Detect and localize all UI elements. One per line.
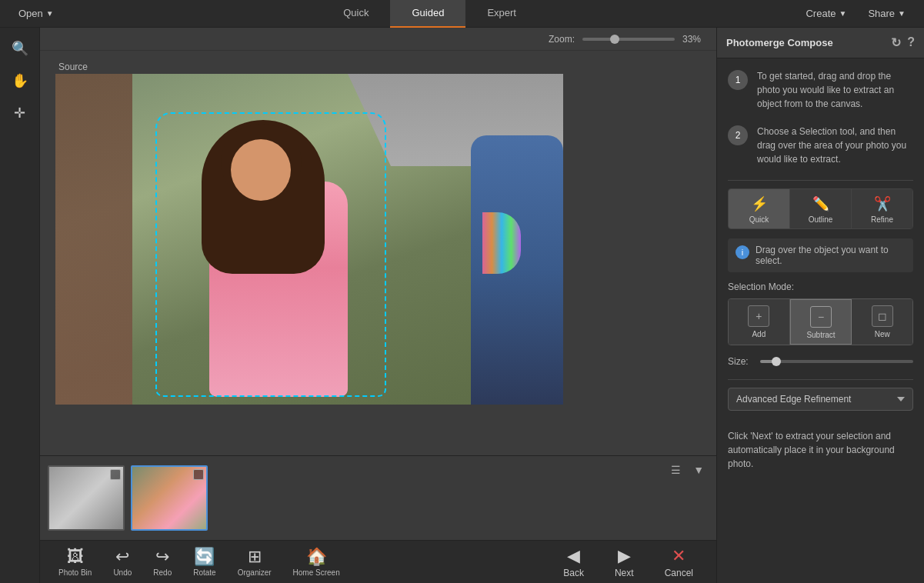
- subtract-mode-label: Subtract: [806, 331, 835, 339]
- redo-icon: ↪: [155, 547, 169, 567]
- new-mode-button[interactable]: ◻ New: [852, 299, 912, 345]
- home-screen-icon: 🏠: [306, 547, 327, 567]
- top-bar-tabs: Quick Guided Expert: [65, 0, 796, 28]
- filmstrip-expand-icon[interactable]: ▼: [690, 462, 707, 478]
- create-label: Create: [806, 8, 836, 19]
- refine-tool-label: Refine: [871, 215, 893, 224]
- add-mode-label: Add: [752, 330, 766, 338]
- zoom-value: 33%: [682, 34, 701, 45]
- quick-tool-icon: ⚡: [751, 195, 768, 212]
- divider-1: [728, 180, 913, 181]
- quick-selection-tool[interactable]: ⚡ Quick: [729, 189, 790, 228]
- organizer-button[interactable]: ⊞ Organizer: [227, 544, 282, 580]
- tab-guided[interactable]: Guided: [390, 0, 465, 28]
- subtract-mode-button[interactable]: − Subtract: [790, 299, 852, 345]
- panel-help-icon[interactable]: ?: [907, 35, 915, 50]
- hand-tool-button[interactable]: ✋: [5, 66, 35, 95]
- share-label: Share: [868, 8, 895, 19]
- canvas-image: [55, 74, 563, 405]
- top-bar-right: Create ▼ Share ▼: [795, 0, 916, 28]
- create-button[interactable]: Create ▼: [795, 0, 857, 28]
- redo-label: Redo: [153, 568, 172, 577]
- panel-header: Photomerge Compose ↻ ?: [717, 28, 924, 58]
- share-chevron-icon: ▼: [898, 9, 906, 18]
- photo-bin-icon: 🖼: [67, 547, 84, 567]
- zoom-bar: Zoom: 33%: [40, 28, 716, 51]
- divider-2: [728, 379, 913, 380]
- home-screen-label: Home Screen: [293, 568, 340, 577]
- girl-face: [231, 139, 291, 201]
- zoom-label: Zoom:: [549, 34, 575, 45]
- subtract-mode-icon: −: [810, 306, 832, 328]
- add-mode-icon: +: [748, 305, 769, 327]
- step-2-circle: 2: [728, 125, 748, 145]
- thumbnail-1[interactable]: [48, 465, 125, 531]
- thumbnail-2[interactable]: [131, 465, 208, 531]
- girl-figure: [178, 120, 379, 397]
- next-label: Next: [615, 568, 634, 578]
- new-mode-icon: ◻: [872, 305, 893, 327]
- open-button[interactable]: Open ▼: [8, 0, 65, 28]
- next-icon: ▶: [618, 546, 631, 566]
- top-bar: Open ▼ Quick Guided Expert Create ▼ Shar…: [0, 0, 924, 28]
- add-mode-button[interactable]: + Add: [729, 299, 790, 345]
- rotate-label: Rotate: [193, 568, 215, 577]
- filmstrip-controls: ☰ ▼: [668, 462, 707, 478]
- share-button[interactable]: Share ▼: [857, 0, 916, 28]
- size-slider[interactable]: [760, 360, 913, 363]
- canvas-view: Source: [40, 51, 716, 455]
- create-chevron-icon: ▼: [839, 9, 846, 18]
- open-label: Open: [18, 8, 43, 19]
- advanced-edge-row: Advanced Edge Refinement: [728, 388, 913, 411]
- thumb-2-badge: [193, 469, 204, 480]
- refine-selection-tool[interactable]: ✂️ Refine: [852, 189, 912, 228]
- back-icon: ◀: [567, 546, 580, 566]
- step-2-text: Choose a Selection tool, and then drag o…: [757, 125, 913, 166]
- quick-tool-label: Quick: [749, 215, 769, 224]
- bottom-hint: Click 'Next' to extract your selection a…: [728, 421, 913, 478]
- outline-selection-tool[interactable]: ✏️ Outline: [790, 189, 852, 228]
- step-1-circle: 1: [728, 70, 748, 90]
- step-2-row: 2 Choose a Selection tool, and then drag…: [728, 125, 913, 166]
- next-button[interactable]: ▶ Next: [599, 543, 649, 581]
- outline-tool-label: Outline: [809, 215, 833, 224]
- canvas-area: Zoom: 33% Source: [40, 28, 716, 583]
- redo-button[interactable]: ↪ Redo: [142, 544, 182, 580]
- home-screen-button[interactable]: 🏠 Home Screen: [282, 544, 351, 580]
- right-panel: Photomerge Compose ↻ ? 1 To get started,…: [716, 28, 924, 583]
- step-1-text: To get started, drag and drop the photo …: [757, 69, 913, 111]
- size-row: Size:: [728, 356, 913, 367]
- tab-quick[interactable]: Quick: [322, 0, 390, 28]
- back-button[interactable]: ◀ Back: [548, 543, 599, 581]
- bottom-bar: 🖼 Photo Bin ↩ Undo ↪ Redo 🔄 Rotate ⊞ Org…: [40, 540, 716, 583]
- size-label: Size:: [728, 356, 752, 367]
- advanced-edge-dropdown[interactable]: Advanced Edge Refinement: [728, 388, 913, 411]
- undo-button[interactable]: ↩ Undo: [102, 544, 142, 580]
- move-tool-button[interactable]: ✛: [5, 98, 35, 128]
- zoom-tool-button[interactable]: 🔍: [5, 34, 35, 63]
- outline-tool-icon: ✏️: [812, 195, 829, 212]
- left-toolbar: 🔍 ✋ ✛: [0, 28, 40, 583]
- cancel-label: Cancel: [665, 568, 693, 578]
- thumb-1-badge: [110, 469, 121, 480]
- refine-tool-icon: ✂️: [874, 195, 891, 212]
- mode-buttons: + Add − Subtract ◻ New: [728, 298, 913, 345]
- panel-refresh-icon[interactable]: ↻: [891, 35, 901, 50]
- panel-header-icons: ↻ ?: [891, 35, 915, 50]
- main-area: 🔍 ✋ ✛ Zoom: 33% Source: [0, 28, 924, 583]
- step-1-row: 1 To get started, drag and drop the phot…: [728, 69, 913, 111]
- zoom-slider[interactable]: [582, 38, 675, 41]
- organizer-label: Organizer: [238, 568, 272, 577]
- rotate-icon: 🔄: [194, 547, 215, 567]
- filmstrip-menu-icon[interactable]: ☰: [668, 462, 684, 478]
- photo-bin-button[interactable]: 🖼 Photo Bin: [48, 544, 102, 580]
- undo-label: Undo: [113, 568, 132, 577]
- tab-expert[interactable]: Expert: [465, 0, 538, 28]
- cancel-icon: ✕: [672, 546, 685, 566]
- organizer-icon: ⊞: [248, 547, 262, 567]
- cancel-button[interactable]: ✕ Cancel: [649, 543, 709, 581]
- mode-label: Selection Mode:: [728, 282, 913, 292]
- rotate-button[interactable]: 🔄 Rotate: [182, 544, 226, 580]
- kite-element: [471, 197, 532, 274]
- panel-body: 1 To get started, drag and drop the phot…: [717, 58, 924, 583]
